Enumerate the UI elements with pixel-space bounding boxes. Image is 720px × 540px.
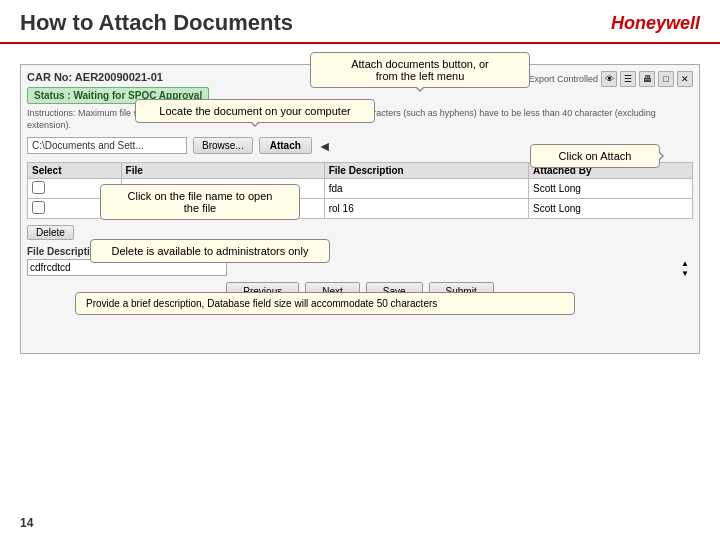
attached-by-cell: Scott Long xyxy=(529,199,693,219)
icon-btn-3[interactable]: 🖶 xyxy=(639,71,655,87)
callout-click-filename: Click on the file name to openthe file xyxy=(100,184,300,220)
col-file: File xyxy=(121,163,324,179)
col-description: File Description xyxy=(324,163,528,179)
col-select: Select xyxy=(28,163,122,179)
form-icons: Export Controlled 👁 ☰ 🖶 □ ✕ xyxy=(528,71,693,87)
icon-btn-1[interactable]: 👁 xyxy=(601,71,617,87)
main-content: Attach documents button, orfrom the left… xyxy=(0,44,720,364)
page-number: 14 xyxy=(20,516,33,530)
file-description-cell: fda xyxy=(324,179,528,199)
file-description-cell: rol 16 xyxy=(324,199,528,219)
page-header: How to Attach Documents Honeywell xyxy=(0,0,720,44)
file-path-input[interactable] xyxy=(27,137,187,154)
callout-locate-doc: Locate the document on your computer xyxy=(135,99,375,123)
scroll-up-icon[interactable]: ▲ xyxy=(681,259,689,268)
arrow-indicator: ◄ xyxy=(318,138,332,154)
row-checkbox[interactable] xyxy=(32,201,45,214)
icon-btn-2[interactable]: ☰ xyxy=(620,71,636,87)
callout-click-attach: Click on Attach xyxy=(530,144,660,168)
attach-button[interactable]: Attach xyxy=(259,137,312,154)
callout-description: Provide a brief description, Database fi… xyxy=(75,292,575,315)
delete-button[interactable]: Delete xyxy=(27,225,74,240)
icon-btn-close[interactable]: ✕ xyxy=(677,71,693,87)
export-controlled-label: Export Controlled xyxy=(528,74,598,84)
row-checkbox[interactable] xyxy=(32,181,45,194)
honeywell-logo: Honeywell xyxy=(611,13,700,34)
page-title: How to Attach Documents xyxy=(20,10,293,36)
icon-btn-4[interactable]: □ xyxy=(658,71,674,87)
callout-delete-note: Delete is available to administrators on… xyxy=(90,239,330,263)
callout-attach-docs: Attach documents button, orfrom the left… xyxy=(310,52,530,88)
scroll-down-icon[interactable]: ▼ xyxy=(681,269,689,278)
browse-button[interactable]: Browse... xyxy=(193,137,253,154)
attached-by-cell: Scott Long xyxy=(529,179,693,199)
